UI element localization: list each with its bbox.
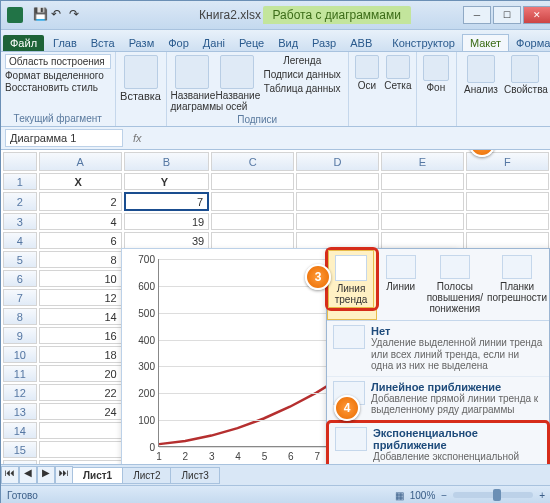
- grid-icon: [386, 55, 410, 79]
- formula-bar: Диаграмма 1 fx: [1, 127, 550, 150]
- legend-button[interactable]: Легенда: [261, 54, 344, 67]
- format-selection[interactable]: Формат выделенного: [5, 70, 111, 81]
- picture-icon: [124, 55, 158, 89]
- trendline-icon: [335, 255, 367, 281]
- zoom-slider[interactable]: [453, 492, 533, 498]
- callout-3: 3: [305, 264, 331, 290]
- properties-button[interactable]: Свойства: [504, 54, 546, 95]
- minimize-button[interactable]: ─: [463, 6, 491, 24]
- sheet-tab-2[interactable]: Лист2: [122, 467, 171, 484]
- status-text: Готово: [7, 490, 38, 501]
- name-box[interactable]: Диаграмма 1: [5, 129, 123, 147]
- tab-review[interactable]: Реце: [232, 35, 271, 51]
- tab-insert[interactable]: Вста: [84, 35, 122, 51]
- lines-icon: [386, 255, 416, 279]
- tab-nav-last[interactable]: ⏭: [55, 466, 73, 484]
- tab-nav-next[interactable]: ▶: [37, 466, 55, 484]
- analysis-button[interactable]: Анализ: [461, 54, 501, 95]
- properties-icon: [511, 55, 539, 83]
- ribbon-tabs: Файл Глав Вста Разм Фор Дані Реце Вид Ра…: [1, 30, 550, 52]
- error-icon: [502, 255, 532, 279]
- dd-head-lines[interactable]: Линии: [377, 249, 425, 320]
- tab-design[interactable]: Конструктор: [385, 35, 462, 51]
- dd-head-bars[interactable]: Полосы повышения/понижения: [425, 249, 485, 320]
- tab-layout-chart[interactable]: Макет: [462, 34, 509, 51]
- data-table-button[interactable]: Таблица данных: [261, 82, 344, 95]
- tab-nav-first[interactable]: ⏮: [1, 466, 19, 484]
- quick-access[interactable]: 💾↶↷: [33, 7, 85, 23]
- tab-nav-prev[interactable]: ◀: [19, 466, 37, 484]
- data-labels-button[interactable]: Подписи данных: [261, 68, 344, 81]
- reset-style[interactable]: Восстановить стиль: [5, 82, 111, 93]
- group-label: Подписи: [171, 112, 344, 125]
- sheet-tabs: ⏮◀▶⏭ Лист1 Лист2 Лист3: [1, 464, 550, 485]
- trendline-button[interactable]: Линия тренда: [328, 250, 374, 308]
- background-button[interactable]: Фон: [421, 54, 451, 93]
- title-bar: 💾↶↷ Книга2.xlsx - Microsoft Excel Работа…: [1, 1, 550, 30]
- axes-button[interactable]: Оси: [353, 54, 381, 91]
- status-bar: Готово ▦ 100% − +: [1, 485, 550, 503]
- sheet-tab-3[interactable]: Лист3: [170, 467, 219, 484]
- bars-icon: [440, 255, 470, 279]
- tab-dev[interactable]: Разр: [305, 35, 343, 51]
- zoom-value: 100%: [410, 490, 436, 501]
- tab-abbyy[interactable]: ABB: [343, 35, 379, 51]
- trend-option-icon: [335, 427, 367, 451]
- context-tab-label: Работа с диаграммами: [263, 6, 412, 24]
- fx-icon[interactable]: fx: [127, 132, 148, 144]
- axis-title-button[interactable]: Название осей: [216, 54, 258, 112]
- chart-title-icon: [175, 55, 209, 89]
- chart-title-button[interactable]: Название диаграммы: [171, 54, 213, 112]
- view-normal-icon[interactable]: ▦: [395, 490, 404, 501]
- trend-option-icon: [333, 325, 365, 349]
- tab-data[interactable]: Дані: [196, 35, 232, 51]
- ribbon: Область построения Формат выделенного Во…: [1, 52, 550, 127]
- axes-icon: [355, 55, 379, 79]
- tab-layout[interactable]: Разм: [122, 35, 162, 51]
- axis-title-icon: [220, 55, 254, 89]
- insert-button[interactable]: Вставка: [120, 54, 162, 102]
- sheet-tab-1[interactable]: Лист1: [72, 467, 123, 484]
- zoom-out[interactable]: −: [441, 490, 447, 501]
- dd-option-0[interactable]: НетУдаление выделенной линии тренда или …: [327, 321, 549, 377]
- tab-view[interactable]: Вид: [271, 35, 305, 51]
- callout-4: 4: [334, 395, 360, 421]
- zoom-in[interactable]: +: [539, 490, 545, 501]
- dd-head-error[interactable]: Планки погрешности: [485, 249, 549, 320]
- tab-formulas[interactable]: Фор: [161, 35, 196, 51]
- tab-format[interactable]: Формат: [509, 35, 550, 51]
- maximize-button[interactable]: ☐: [493, 6, 521, 24]
- dd-option-2[interactable]: Экспоненциальное приближениеДобавление э…: [326, 420, 550, 465]
- group-label: Текущий фрагмент: [5, 111, 111, 124]
- tab-file[interactable]: Файл: [3, 35, 44, 51]
- close-button[interactable]: ✕: [523, 6, 550, 24]
- gridlines-button[interactable]: Сетка: [384, 54, 412, 91]
- app-icon: [7, 7, 23, 23]
- dd-option-1[interactable]: Линейное приближениеДобавление прямой ли…: [327, 377, 549, 421]
- tab-home[interactable]: Глав: [46, 35, 84, 51]
- analysis-icon: [467, 55, 495, 83]
- worksheet[interactable]: ABCDEF1XY2273419463958676101037121478141…: [1, 150, 550, 464]
- wall-icon: [423, 55, 449, 81]
- selection-box[interactable]: Область построения: [5, 54, 111, 69]
